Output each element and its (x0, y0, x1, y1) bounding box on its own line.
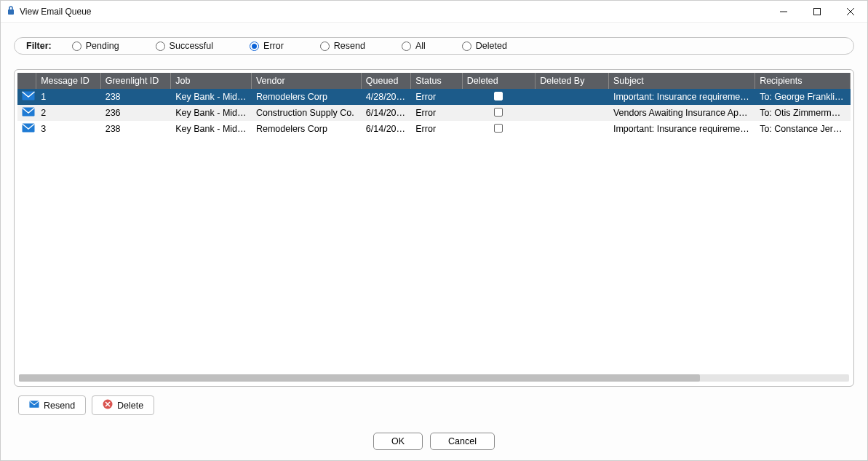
resend-label: Resend (44, 401, 75, 411)
cell-deleted (463, 89, 536, 105)
filter-all-label: All (415, 41, 426, 51)
filter-error[interactable]: Error (250, 41, 284, 51)
cell-queued: 6/14/2023... (362, 105, 411, 121)
col-subject[interactable]: Subject (609, 73, 755, 89)
cell-status: Error (411, 105, 462, 121)
cell-vendor: Construction Supply Co. (252, 105, 362, 121)
filter-bar: Filter: Pending Successful Error Resend … (14, 37, 854, 55)
mail-icon (22, 91, 35, 101)
email-queue-window: View Email Queue Filter: Pending Success… (0, 0, 868, 461)
cell-vendor: Remodelers Corp (252, 121, 362, 137)
window-title: View Email Queue (20, 7, 92, 17)
table-row[interactable]: 3238Key Bank - MidlandRemodelers Corp6/1… (17, 121, 851, 137)
minimize-button[interactable] (767, 1, 800, 23)
cell-message-id: 2 (36, 105, 101, 121)
cell-deleted (463, 121, 536, 137)
cell-status: Error (411, 89, 462, 105)
ok-button[interactable]: OK (373, 433, 423, 450)
mail-icon (29, 399, 39, 411)
cell-icon (17, 121, 36, 137)
cancel-button[interactable]: Cancel (430, 433, 495, 450)
deleted-checkbox[interactable] (494, 108, 503, 117)
filter-successful-label: Successful (170, 41, 213, 51)
cell-subject: Important: Insurance requirements for o.… (609, 89, 755, 105)
cell-message-id: 1 (36, 89, 101, 105)
filter-resend-label: Resend (334, 41, 365, 51)
cell-status: Error (411, 121, 462, 137)
email-grid[interactable]: Message ID Greenlight ID Job Vendor Queu… (17, 73, 851, 370)
delete-button[interactable]: Delete (92, 395, 154, 415)
dialog-buttons: OK Cancel (1, 425, 867, 460)
cell-deleted-by (535, 121, 609, 137)
col-message-id[interactable]: Message ID (36, 73, 101, 89)
filter-pending-label: Pending (86, 41, 119, 51)
table-row[interactable]: 2236Key Bank - MidlandConstruction Suppl… (17, 105, 851, 121)
cell-icon (17, 89, 36, 105)
deleted-checkbox[interactable] (494, 92, 503, 101)
filter-deleted[interactable]: Deleted (462, 41, 507, 51)
delete-label: Delete (117, 401, 143, 411)
filter-deleted-label: Deleted (476, 41, 507, 51)
cell-subject: Important: Insurance requirements for o.… (609, 121, 755, 137)
titlebar: View Email Queue (1, 1, 867, 23)
filter-resend[interactable]: Resend (320, 41, 365, 51)
cell-vendor: Remodelers Corp (252, 89, 362, 105)
delete-icon (103, 399, 113, 411)
col-status[interactable]: Status (411, 73, 462, 89)
cell-deleted-by (535, 89, 609, 105)
cell-recipients: To: George Franklin, Ja (755, 89, 851, 105)
resend-button[interactable]: Resend (18, 395, 86, 415)
cell-recipients: To: Constance Jerome, (755, 121, 851, 137)
col-job[interactable]: Job (171, 73, 252, 89)
cell-icon (17, 105, 36, 121)
filter-successful[interactable]: Successful (156, 41, 213, 51)
cell-subject: Vendors Awaiting Insurance Approval (609, 105, 755, 121)
lock-icon (7, 5, 15, 17)
svg-rect-0 (8, 9, 14, 15)
cell-greenlight-id: 238 (101, 121, 172, 137)
cell-queued: 6/14/2023... (362, 121, 411, 137)
maximize-button[interactable] (800, 1, 834, 23)
cell-deleted (463, 105, 536, 121)
cell-recipients: To: Otis Zimmerman, pV (755, 105, 851, 121)
col-deleted[interactable]: Deleted (463, 73, 536, 89)
cell-job: Key Bank - Midland (171, 121, 252, 137)
horizontal-scrollbar[interactable] (19, 374, 849, 382)
cell-job: Key Bank - Midland (171, 105, 252, 121)
svg-rect-2 (814, 8, 821, 15)
filter-all[interactable]: All (402, 41, 426, 51)
action-row: Resend Delete (14, 387, 854, 419)
col-greenlight-id[interactable]: Greenlight ID (101, 73, 172, 89)
cell-greenlight-id: 236 (101, 105, 172, 121)
cell-queued: 4/28/2023... (362, 89, 411, 105)
cell-greenlight-id: 238 (101, 89, 172, 105)
close-button[interactable] (834, 1, 867, 23)
mail-icon (22, 123, 35, 133)
cell-message-id: 3 (36, 121, 101, 137)
table-row[interactable]: 1238Key Bank - MidlandRemodelers Corp4/2… (17, 89, 851, 105)
col-queued[interactable]: Queued (362, 73, 411, 89)
header-row: Message ID Greenlight ID Job Vendor Queu… (17, 73, 851, 89)
filter-pending[interactable]: Pending (72, 41, 119, 51)
col-icon[interactable] (17, 73, 36, 89)
filter-error-label: Error (263, 41, 284, 51)
col-recipients[interactable]: Recipients (755, 73, 851, 89)
col-deleted-by[interactable]: Deleted By (535, 73, 609, 89)
col-vendor[interactable]: Vendor (252, 73, 362, 89)
cell-deleted-by (535, 105, 609, 121)
filter-label: Filter: (26, 41, 52, 51)
cell-job: Key Bank - Midland (171, 89, 252, 105)
deleted-checkbox[interactable] (494, 124, 503, 133)
grid-container: Message ID Greenlight ID Job Vendor Queu… (14, 69, 854, 387)
mail-icon (22, 107, 35, 117)
